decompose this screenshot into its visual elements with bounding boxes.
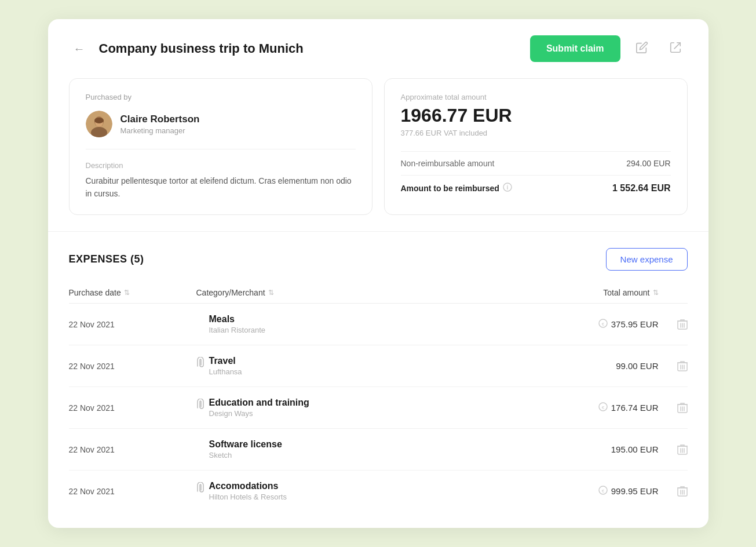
user-name: Claire Robertson [120, 114, 200, 125]
reimbursable-label: Amount to be reimbursed i [401, 183, 512, 194]
expense-merchant: Design Ways [209, 409, 309, 418]
sort-amount-icon: ⇅ [653, 289, 659, 297]
expense-row: 22 Nov 2021 Education and training Desig… [69, 387, 688, 429]
expenses-section: EXPENSES (5) New expense Purchase date ⇅… [48, 231, 708, 528]
col-header-date[interactable]: Purchase date ⇅ [69, 288, 196, 297]
expense-category-cell: Software license Sketch [196, 439, 543, 460]
edit-icon [636, 45, 648, 56]
expense-merchant: Lufthansa [209, 367, 242, 376]
delete-expense-button[interactable] [677, 360, 688, 372]
expense-date: 22 Nov 2021 [69, 403, 196, 413]
attachment-icon [196, 357, 204, 370]
svg-text:i: i [506, 184, 508, 191]
user-info: Claire Robertson Marketing manager [120, 114, 200, 135]
svg-text:€: € [602, 322, 605, 327]
expense-category: Travel [209, 356, 242, 366]
user-row: Claire Robertson Marketing manager [86, 111, 356, 149]
expense-row: 22 Nov 2021 Accomodations Hilton Hotels … [69, 471, 688, 512]
share-icon [669, 45, 682, 56]
expense-category: Education and training [209, 398, 309, 408]
expense-amount: € 999.95 EUR [543, 486, 659, 497]
reimbursable-value: 1 552.64 EUR [612, 183, 671, 194]
non-reimbursable-value: 294.00 EUR [626, 159, 670, 168]
info-section: Purchased by Claire Robertson Marketing … [48, 78, 708, 231]
svg-line-0 [674, 42, 680, 48]
delete-expense-button[interactable] [677, 319, 688, 330]
expense-row: 22 Nov 2021 Meals Italian Ristorante € 3… [69, 304, 688, 345]
expense-amount: € 375.95 EUR [543, 319, 659, 330]
summary-card: Approximate total amount 1966.77 EUR 377… [384, 78, 688, 215]
reimbursable-row: Amount to be reimbursed i 1 552.64 EUR [401, 175, 671, 200]
sort-date-icon: ⇅ [124, 289, 130, 297]
approx-label: Approximate total amount [401, 93, 671, 101]
expense-merchant: Hilton Hotels & Resorts [209, 493, 287, 501]
expense-row: 22 Nov 2021 Software license Sketch 195.… [69, 429, 688, 471]
expense-merchant: Italian Ristorante [209, 326, 266, 334]
back-icon: ← [74, 42, 85, 56]
back-button[interactable]: ← [69, 40, 90, 58]
expense-category-cell: Education and training Design Ways [196, 398, 543, 418]
expense-category: Software license [209, 439, 282, 450]
vat-icon: € [598, 486, 608, 497]
purchased-by-label: Purchased by [86, 93, 356, 101]
delete-expense-button[interactable] [677, 486, 688, 497]
expense-amount: € 176.74 EUR [543, 402, 659, 413]
svg-point-5 [94, 118, 104, 123]
expense-date: 22 Nov 2021 [69, 445, 196, 454]
purchased-by-card: Purchased by Claire Robertson Marketing … [69, 78, 372, 215]
page-title: Company business trip to Munich [99, 41, 521, 56]
header: ← Company business trip to Munich Submit… [48, 19, 708, 78]
description-text: Curabitur pellentesque tortor at eleifen… [86, 174, 356, 200]
expense-category: Meals [209, 314, 266, 324]
non-reimbursable-label: Non-reimbursable amount [401, 159, 495, 168]
delete-expense-button[interactable] [677, 402, 688, 414]
new-expense-button[interactable]: New expense [606, 248, 688, 271]
expenses-title: EXPENSES (5) [69, 253, 144, 265]
table-header: Purchase date ⇅ Category/Merchant ⇅ Tota… [69, 282, 688, 304]
svg-text:€: € [602, 405, 605, 410]
main-card: ← Company business trip to Munich Submit… [48, 19, 708, 528]
expense-date: 22 Nov 2021 [69, 487, 196, 496]
svg-text:€: € [602, 488, 605, 494]
submit-claim-button[interactable]: Submit claim [530, 35, 620, 62]
user-role: Marketing manager [120, 126, 200, 135]
total-amount: 1966.77 EUR [401, 105, 671, 126]
attachment-icon [196, 399, 204, 411]
info-icon: i [503, 183, 512, 194]
expense-merchant: Sketch [209, 451, 282, 460]
sort-category-icon: ⇅ [268, 289, 274, 297]
avatar [86, 111, 112, 137]
expense-rows: 22 Nov 2021 Meals Italian Ristorante € 3… [69, 304, 688, 512]
expense-date: 22 Nov 2021 [69, 320, 196, 329]
col-header-amount[interactable]: Total amount ⇅ [543, 288, 659, 297]
expense-amount: 195.00 EUR [543, 444, 659, 454]
expense-date: 22 Nov 2021 [69, 362, 196, 371]
attachment-icon [196, 482, 204, 495]
expense-category-cell: Meals Italian Ristorante [196, 314, 543, 334]
expenses-header: EXPENSES (5) New expense [69, 248, 688, 271]
expense-row: 22 Nov 2021 Travel Lufthansa 99.00 EUR [69, 345, 688, 387]
expense-category-cell: Accomodations Hilton Hotels & Resorts [196, 481, 543, 501]
expense-category-cell: Travel Lufthansa [196, 356, 543, 376]
non-reimbursable-row: Non-reimbursable amount 294.00 EUR [401, 151, 671, 175]
expense-category: Accomodations [209, 481, 287, 491]
vat-icon: € [598, 319, 608, 330]
vat-text: 377.66 EUR VAT included [401, 129, 671, 137]
share-button[interactable] [663, 38, 688, 60]
vat-icon: € [598, 402, 608, 413]
delete-expense-button[interactable] [677, 444, 688, 455]
edit-button[interactable] [630, 38, 654, 60]
expense-amount: 99.00 EUR [543, 361, 659, 371]
col-header-category[interactable]: Category/Merchant ⇅ [196, 288, 543, 297]
description-label: Description [86, 161, 356, 170]
